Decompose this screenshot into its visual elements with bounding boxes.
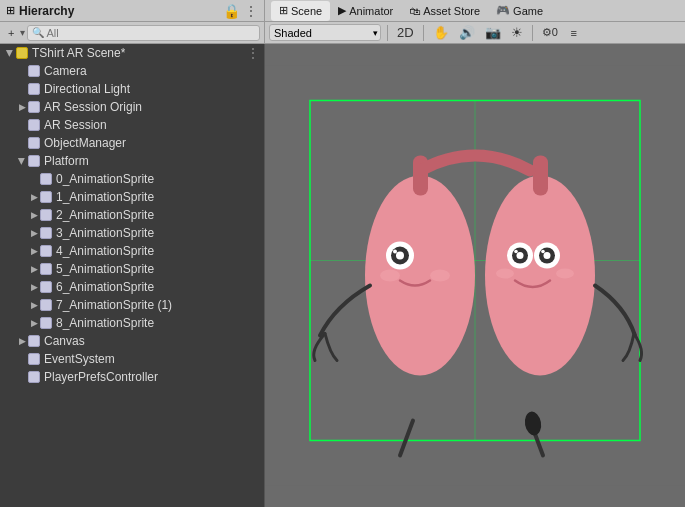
tree-item-anim-2[interactable]: ▶2_AnimationSprite xyxy=(0,206,264,224)
top-bar: ⊞ Hierarchy 🔒 ⋮ ⊞ Scene ▶ Animator 🛍 Ass… xyxy=(0,0,685,22)
tree-label-anim-0: 0_AnimationSprite xyxy=(56,172,154,186)
hand-tool-button[interactable]: ✋ xyxy=(430,24,452,42)
hierarchy-panel: ▶TShirt AR Scene*⋮CameraDirectional Ligh… xyxy=(0,44,265,507)
tree-icon-playerprefs xyxy=(28,371,40,383)
tree-label-platform: Platform xyxy=(44,154,89,168)
tree-item-anim-1[interactable]: ▶1_AnimationSprite xyxy=(0,188,264,206)
tree-item-anim-7-1[interactable]: ▶7_AnimationSprite (1) xyxy=(0,296,264,314)
tree-item-anim-3[interactable]: ▶3_AnimationSprite xyxy=(0,224,264,242)
main-content: ▶TShirt AR Scene*⋮CameraDirectional Ligh… xyxy=(0,44,685,507)
svg-point-21 xyxy=(541,250,545,254)
svg-point-17 xyxy=(514,250,518,254)
tree-arrow-anim-3: ▶ xyxy=(28,228,40,238)
dropdown-arrow: ▾ xyxy=(20,27,25,38)
tree-icon-anim-2 xyxy=(40,209,52,221)
tree-label-anim-4: 4_AnimationSprite xyxy=(56,244,154,258)
tree-icon-ar-session xyxy=(28,119,40,131)
add-object-button[interactable]: + xyxy=(4,26,18,40)
scene-tab-icon: ⊞ xyxy=(279,4,288,17)
scene-panel xyxy=(265,44,685,507)
layers-button[interactable]: ≡ xyxy=(565,24,583,42)
tree-label-ar-session: AR Session xyxy=(44,118,107,132)
audio-button[interactable]: 🔊 xyxy=(456,24,478,42)
tree-label-canvas: Canvas xyxy=(44,334,85,348)
tree-item-object-manager[interactable]: ObjectManager xyxy=(0,134,264,152)
scene-toolbar: Shaded Wireframe Shaded Wireframe 2D ✋ 🔊… xyxy=(265,24,685,42)
tree-arrow-anim-6: ▶ xyxy=(28,282,40,292)
hierarchy-search[interactable]: 🔍 xyxy=(27,25,260,41)
shading-select-wrap: Shaded Wireframe Shaded Wireframe xyxy=(269,24,381,41)
tree-label-ar-session-origin: AR Session Origin xyxy=(44,100,142,114)
hierarchy-title: Hierarchy xyxy=(19,4,74,18)
tree-arrow-ar-session-origin: ▶ xyxy=(16,102,28,112)
toolbar-sep-3 xyxy=(532,25,533,41)
tree-item-ar-session[interactable]: AR Session xyxy=(0,116,264,134)
tab-asset-store[interactable]: 🛍 Asset Store xyxy=(401,1,488,21)
tree-item-anim-4[interactable]: ▶4_AnimationSprite xyxy=(0,242,264,260)
tree-item-tshirt-scene[interactable]: ▶TShirt AR Scene*⋮ xyxy=(0,44,264,62)
tree-icon-anim-3 xyxy=(40,227,52,239)
tree-item-anim-5[interactable]: ▶5_AnimationSprite xyxy=(0,260,264,278)
hierarchy-toolbar: + ▾ 🔍 xyxy=(0,22,265,43)
hierarchy-more-icon[interactable]: ⋮ xyxy=(244,3,258,19)
tree-label-anim-5: 5_AnimationSprite xyxy=(56,262,154,276)
toolbar-sep-2 xyxy=(423,25,424,41)
svg-point-9 xyxy=(393,250,397,254)
scene-content xyxy=(265,44,685,507)
tree-item-directional-light[interactable]: Directional Light xyxy=(0,80,264,98)
tree-item-ar-session-origin[interactable]: ▶AR Session Origin xyxy=(0,98,264,116)
search-icon: 🔍 xyxy=(32,27,44,38)
svg-point-11 xyxy=(430,270,450,282)
camera-button[interactable]: 📷 xyxy=(482,24,504,42)
hierarchy-icon: ⊞ xyxy=(6,4,15,17)
svg-point-16 xyxy=(517,252,524,259)
svg-point-8 xyxy=(396,252,404,260)
tree-label-tshirt-scene: TShirt AR Scene* xyxy=(32,46,125,60)
tree-item-anim-8[interactable]: ▶8_AnimationSprite xyxy=(0,314,264,332)
tree-icon-object-manager xyxy=(28,137,40,149)
2d-toggle-button[interactable]: 2D xyxy=(394,24,417,42)
tab-animator[interactable]: ▶ Animator xyxy=(330,1,401,21)
tree-menu-tshirt-scene[interactable]: ⋮ xyxy=(246,45,260,61)
svg-point-20 xyxy=(544,252,551,259)
shading-select[interactable]: Shaded Wireframe Shaded Wireframe xyxy=(269,24,381,41)
tab-game[interactable]: 🎮 Game xyxy=(488,1,551,21)
tree-icon-ar-session-origin xyxy=(28,101,40,113)
tree-icon-anim-8 xyxy=(40,317,52,329)
light-button[interactable]: ☀ xyxy=(508,24,526,42)
tree-label-anim-2: 2_AnimationSprite xyxy=(56,208,154,222)
tree-item-event-system[interactable]: EventSystem xyxy=(0,350,264,368)
tree-item-canvas[interactable]: ▶Canvas xyxy=(0,332,264,350)
tree-label-anim-3: 3_AnimationSprite xyxy=(56,226,154,240)
svg-point-23 xyxy=(556,269,574,279)
tree-icon-anim-0 xyxy=(40,173,52,185)
assetstore-tab-icon: 🛍 xyxy=(409,5,420,17)
tree-item-anim-0[interactable]: 0_AnimationSprite xyxy=(0,170,264,188)
hierarchy-lock-icon[interactable]: 🔒 xyxy=(223,3,240,19)
toolbar-row: + ▾ 🔍 Shaded Wireframe Shaded Wireframe … xyxy=(0,22,685,44)
tree-arrow-anim-1: ▶ xyxy=(28,192,40,202)
tree-item-platform[interactable]: ▶Platform xyxy=(0,152,264,170)
gizmos-button[interactable]: ⚙0 xyxy=(539,24,561,42)
scene-illustration xyxy=(265,44,685,507)
tree-label-event-system: EventSystem xyxy=(44,352,115,366)
tree-icon-tshirt-scene xyxy=(16,47,28,59)
tree-arrow-anim-7-1: ▶ xyxy=(28,300,40,310)
tree-label-playerprefs: PlayerPrefsController xyxy=(44,370,158,384)
tree-arrow-anim-5: ▶ xyxy=(28,264,40,274)
tree-arrow-platform: ▶ xyxy=(17,155,27,167)
tree-arrow-tshirt-scene: ▶ xyxy=(5,47,15,59)
tree-item-camera[interactable]: Camera xyxy=(0,62,264,80)
tree-label-anim-8: 8_AnimationSprite xyxy=(56,316,154,330)
tree-icon-platform xyxy=(28,155,40,167)
tree-item-playerprefs[interactable]: PlayerPrefsController xyxy=(0,368,264,386)
tab-scene[interactable]: ⊞ Scene xyxy=(271,1,330,21)
tree-item-anim-6[interactable]: ▶6_AnimationSprite xyxy=(0,278,264,296)
tree-arrow-anim-2: ▶ xyxy=(28,210,40,220)
tree-icon-anim-4 xyxy=(40,245,52,257)
game-tab-icon: 🎮 xyxy=(496,4,510,17)
tree-icon-camera xyxy=(28,65,40,77)
search-input[interactable] xyxy=(46,27,255,39)
tree-icon-anim-6 xyxy=(40,281,52,293)
tree-label-camera: Camera xyxy=(44,64,87,78)
